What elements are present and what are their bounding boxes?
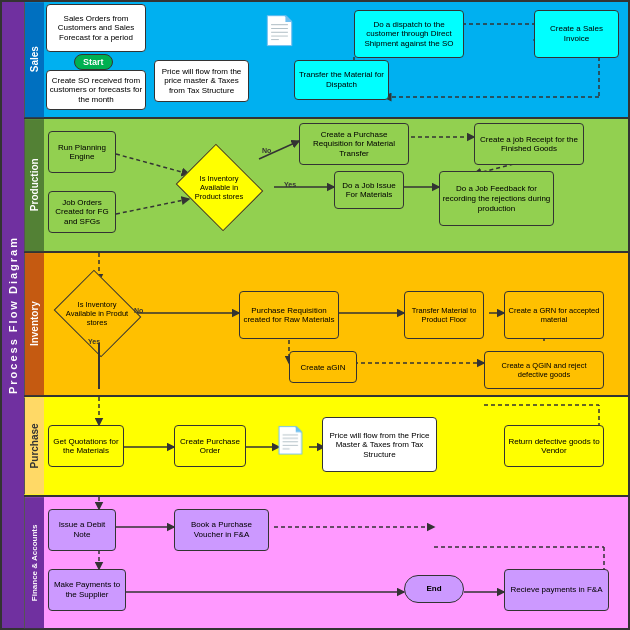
sales-invoice-box: Create a Sales Invoice	[534, 10, 619, 58]
svg-line-8	[116, 199, 189, 214]
book-voucher-box: Book a Purchase Voucher in F&A	[174, 509, 269, 551]
sales-forecast-box: Sales Orders from Customers and Sales Fo…	[46, 4, 146, 52]
create-po-box: Create Purchase Order	[174, 425, 246, 467]
inventory-section: Inventory	[24, 253, 628, 397]
main-container: Process Flow Diagram Sales	[0, 0, 630, 630]
finance-section: Finance & Accounts	[24, 497, 628, 628]
prod-no-label: No	[262, 147, 271, 154]
pr-raw-box: Purchase Requisition created for Raw Mat…	[239, 291, 339, 339]
inv-yes-arrow-v	[98, 343, 100, 389]
transfer-material-box: Transfer the Material for Dispatch	[294, 60, 389, 100]
inv-no-label: No	[134, 307, 143, 314]
finance-label: Finance & Accounts	[24, 497, 44, 628]
transfer-material-inv-box: Transfer Material to Product Floor	[404, 291, 484, 339]
create-so-box: Create SO received from customers or for…	[46, 70, 146, 110]
run-planning-box: Run Planning Engine	[48, 131, 116, 173]
make-payments-box: Make Payments to the Supplier	[48, 569, 126, 611]
prod-inventory-diamond: Is Inventory Available in Product stores	[184, 157, 254, 217]
sales-section: Sales	[24, 2, 628, 119]
doc-icon-purchase: 📄	[274, 425, 306, 456]
purchase-label: Purchase	[24, 397, 44, 494]
dispatch-box: Do a dispatch to the customer through Di…	[354, 10, 464, 58]
sales-label: Sales	[24, 2, 44, 117]
inv-diamond: Is Inventory Available in Produt stores	[62, 283, 132, 343]
job-orders-box: Job Orders Created for FG and SFGs	[48, 191, 116, 233]
price-flow-sales-box: Price will flow from the price master & …	[154, 60, 249, 102]
finance-content: Issue a Debit Note Book a Purchase Vouch…	[44, 497, 628, 628]
process-flow-label: Process Flow Diagram	[2, 2, 24, 628]
qgin-box: Create a QGIN and reject defective goods	[484, 351, 604, 389]
production-label: Production	[24, 119, 44, 251]
doc-icon-sales: 📄	[262, 14, 297, 47]
start-button[interactable]: Start	[74, 54, 113, 70]
price-flow-pur-box: Price will flow from the Price Master & …	[322, 417, 437, 472]
purchase-content: Get Quotations for the Materials Create …	[44, 397, 628, 494]
inventory-label: Inventory	[24, 253, 44, 395]
return-defective-box: Return defective goods to Vendor	[504, 425, 604, 467]
recieve-payments-box: Recieve payments in F&A	[504, 569, 609, 611]
content-area: Sales	[24, 2, 628, 628]
production-content: Run Planning Engine Job Orders Created f…	[44, 119, 628, 251]
inventory-content: Is Inventory Available in Produt stores …	[44, 253, 628, 395]
purchase-section: Purchase Get Quotations fo	[24, 397, 628, 496]
sales-content: Sales Orders from Customers and Sales Fo…	[44, 2, 628, 117]
job-feedback-box: Do a Job Feedback for recording the reje…	[439, 171, 554, 226]
job-issue-box: Do a Job Issue For Materials	[334, 171, 404, 209]
prod-yes-label: Yes	[284, 181, 296, 188]
job-receipt-box: Create a job Receipt for the Finished Go…	[474, 123, 584, 165]
grn-box: Create a GRN for accepted material	[504, 291, 604, 339]
agin-box: Create aGIN	[289, 351, 357, 383]
end-box: End	[404, 575, 464, 603]
svg-line-7	[116, 154, 189, 174]
get-quotations-box: Get Quotations for the Materials	[48, 425, 124, 467]
debit-note-box: Issue a Debit Note	[48, 509, 116, 551]
create-pr-box: Create a Purchase Requisition for Materi…	[299, 123, 409, 165]
production-section: Production	[24, 119, 628, 253]
